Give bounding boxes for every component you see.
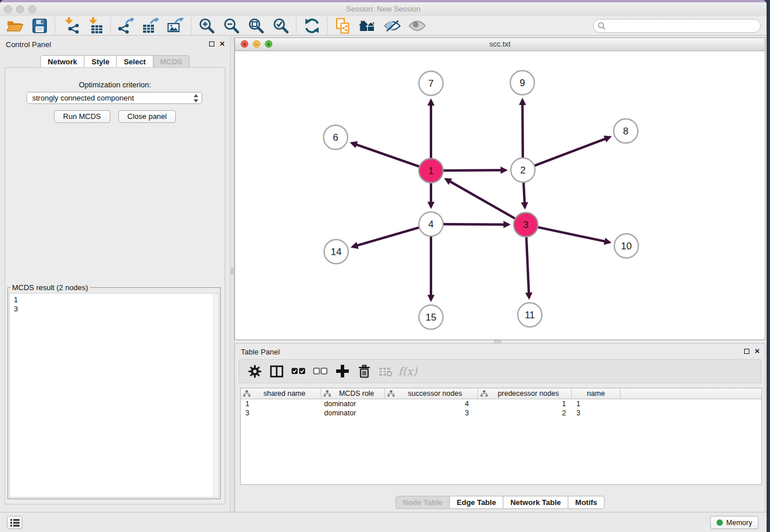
home-view-button[interactable]	[355, 17, 380, 35]
delete-row-button[interactable]	[356, 363, 372, 379]
table-row[interactable]: 1dominator411	[241, 399, 761, 408]
column-header-successor-nodes[interactable]: successor nodes	[385, 388, 478, 399]
app-minimize-button[interactable]	[16, 5, 24, 13]
open-session-button[interactable]	[2, 17, 27, 35]
network-maximize-button[interactable]: +	[265, 40, 272, 48]
close-panel-icon[interactable]: ×	[220, 41, 225, 47]
export-table-button[interactable]	[138, 17, 163, 35]
edge-2-8[interactable]	[523, 137, 610, 170]
delete-table-button	[378, 363, 394, 379]
node-7[interactable]: 7	[419, 71, 443, 95]
edge-3-1[interactable]	[446, 179, 526, 225]
node-11[interactable]: 11	[518, 303, 542, 327]
copy-network-button[interactable]	[330, 17, 355, 35]
node-15[interactable]: 15	[419, 305, 443, 329]
app-titlebar[interactable]: Session: New Session	[0, 2, 767, 16]
mcds-result-lines: 13	[14, 295, 210, 314]
cell-predecessor-nodes[interactable]: 1	[478, 400, 572, 408]
network-canvas[interactable]: 1234678910111415	[235, 51, 765, 340]
tab-network[interactable]: Network	[40, 55, 84, 68]
vertical-splitter[interactable]	[230, 36, 234, 512]
app-close-button[interactable]	[4, 5, 12, 13]
cell-shared-name[interactable]: 3	[241, 409, 321, 417]
node-9[interactable]: 9	[510, 71, 534, 95]
close-table-panel-icon[interactable]: ×	[754, 348, 760, 354]
zoom-out-button[interactable]	[219, 17, 244, 35]
save-session-button[interactable]	[27, 17, 52, 35]
tab-style[interactable]: Style	[84, 55, 117, 68]
export-network-button[interactable]	[114, 17, 138, 35]
edge-3-10[interactable]	[526, 225, 610, 242]
zoom-fit-button[interactable]	[244, 17, 268, 35]
table-tab-edge-table[interactable]: Edge Table	[450, 496, 503, 509]
tab-mcds[interactable]: MCDS	[153, 55, 190, 68]
network-minimize-button[interactable]: −	[253, 40, 260, 48]
node-1[interactable]: 1	[419, 159, 443, 183]
mcds-result-area[interactable]: 13	[9, 293, 219, 498]
cell-shared-name[interactable]: 1	[241, 400, 321, 408]
table-tab-motifs[interactable]: Motifs	[568, 496, 605, 509]
search-input[interactable]	[593, 19, 761, 33]
cell-successor-nodes[interactable]: 3	[385, 409, 478, 417]
node-6[interactable]: 6	[324, 125, 348, 149]
mcds-result-title: MCDS result (2 nodes)	[10, 283, 90, 292]
node-8[interactable]: 8	[614, 119, 638, 143]
close-panel-button[interactable]: Close panel	[118, 110, 176, 123]
memory-button-label: Memory	[726, 519, 752, 527]
column-header-shared-name[interactable]: shared name	[241, 388, 321, 399]
column-header-name[interactable]: name	[572, 388, 621, 399]
node-14[interactable]: 14	[324, 240, 348, 264]
svg-text:1: 1	[428, 165, 433, 176]
show-details-button[interactable]	[405, 17, 429, 35]
node-4[interactable]: 4	[419, 212, 443, 236]
node-table: shared nameMCDS rolesuccessor nodesprede…	[240, 388, 762, 485]
import-network-button[interactable]	[58, 17, 83, 35]
cell-successor-nodes[interactable]: 4	[385, 400, 478, 408]
cell-MCDS-role[interactable]: dominator	[321, 400, 385, 408]
svg-text:2: 2	[520, 165, 525, 176]
table-settings-button[interactable]	[247, 363, 263, 379]
svg-text:3: 3	[523, 219, 528, 230]
deselect-all-button[interactable]	[313, 363, 328, 379]
add-row-button[interactable]	[334, 363, 350, 379]
table-tab-network-table[interactable]: Network Table	[503, 496, 568, 509]
column-header-predecessor-nodes[interactable]: predecessor nodes	[478, 388, 572, 399]
task-history-button[interactable]	[7, 516, 22, 529]
network-graph[interactable]: 1234678910111415	[235, 51, 765, 340]
tab-select[interactable]: Select	[117, 55, 153, 68]
list-icon	[10, 518, 20, 527]
control-panel-tabs: NetworkStyleSelectMCDS	[0, 55, 230, 68]
vertical-splitter-handle[interactable]	[231, 268, 233, 275]
cell-predecessor-nodes[interactable]: 2	[478, 409, 572, 417]
cell-name[interactable]: 3	[572, 409, 621, 417]
result-scrollbar[interactable]	[213, 294, 218, 497]
split-panel-button[interactable]	[269, 363, 284, 379]
network-close-button[interactable]: ×	[241, 40, 248, 48]
export-image-button[interactable]	[163, 17, 188, 35]
network-window-titlebar[interactable]: × − + scc.txt	[235, 38, 765, 51]
table-row[interactable]: 3dominator323	[241, 408, 761, 418]
table-tab-node-table[interactable]: Node Table	[395, 496, 450, 509]
column-header-MCDS-role[interactable]: MCDS role	[321, 388, 385, 399]
table-panel: Table Panel × f(x) shared nameMCDS roles…	[234, 343, 765, 512]
memory-status-dot	[717, 519, 723, 526]
node-2[interactable]: 2	[511, 158, 535, 182]
run-mcds-button[interactable]: Run MCDS	[54, 110, 110, 123]
select-all-button[interactable]	[291, 363, 306, 379]
cell-MCDS-role[interactable]: dominator	[321, 409, 385, 417]
float-panel-icon[interactable]	[209, 41, 214, 47]
optimization-criterion-select[interactable]: strongly connected component	[26, 92, 202, 104]
node-3[interactable]: 3	[514, 213, 538, 237]
hide-details-button[interactable]	[380, 17, 405, 35]
memory-button[interactable]: Memory	[710, 516, 759, 529]
import-table-button[interactable]	[83, 17, 107, 35]
svg-text:6: 6	[333, 132, 338, 143]
float-table-panel-icon[interactable]	[744, 349, 749, 354]
app-zoom-button[interactable]	[28, 5, 36, 13]
cell-name[interactable]: 1	[572, 400, 621, 408]
zoom-selected-button[interactable]	[268, 17, 293, 35]
refresh-layout-button[interactable]	[299, 17, 324, 35]
control-panel: Control Panel × NetworkStyleSelectMCDS O…	[0, 36, 230, 512]
zoom-in-button[interactable]	[194, 17, 219, 35]
node-10[interactable]: 10	[614, 234, 638, 258]
